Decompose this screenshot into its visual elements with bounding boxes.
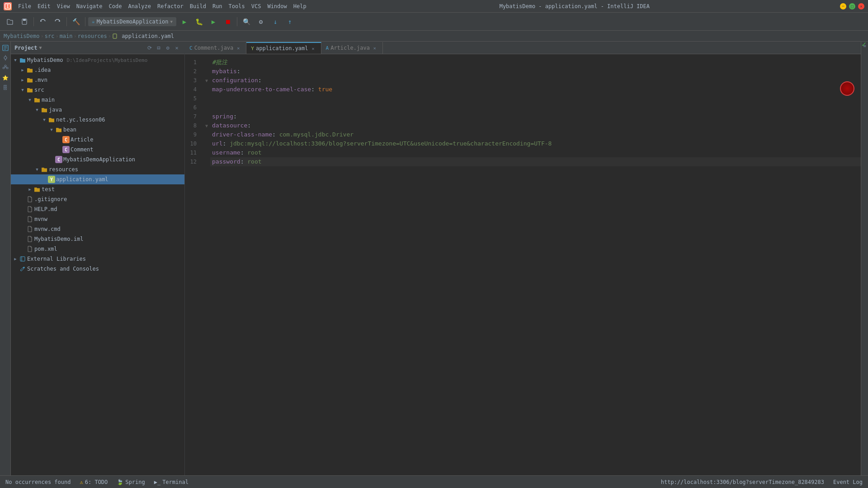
breadcrumb-resources[interactable]: resources — [78, 33, 107, 39]
database-icon[interactable]: 🗄 — [1, 83, 10, 92]
tab-article-java[interactable]: A Article.java ✕ — [321, 42, 383, 54]
tab-yaml-close[interactable]: ✕ — [310, 45, 316, 52]
commit-icon[interactable] — [1, 53, 10, 62]
menu-window[interactable]: Window — [264, 2, 289, 10]
breadcrumb-src[interactable]: src — [45, 33, 55, 39]
tree-item[interactable]: CComment — [11, 145, 184, 155]
search-everywhere-button[interactable]: 🔍 — [240, 15, 253, 28]
menu-analyze[interactable]: Analyze — [125, 2, 154, 10]
build-button[interactable]: 🔨 — [70, 15, 82, 28]
tree-item[interactable]: mvnw — [11, 214, 184, 224]
code-line[interactable]: spring: — [210, 112, 861, 121]
tab-article-close[interactable]: ✕ — [372, 45, 378, 51]
tree-item[interactable]: .gitignore — [11, 194, 184, 204]
tree-item[interactable]: ▼net.yc.lesson06 — [11, 115, 184, 125]
code-line[interactable]: configuration: — [210, 76, 861, 85]
menu-navigate[interactable]: Navigate — [74, 2, 105, 10]
tree-item[interactable]: ▼bean — [11, 125, 184, 135]
menu-view[interactable]: View — [54, 2, 73, 10]
favorites-icon[interactable]: ⭐ — [1, 73, 10, 82]
code-line[interactable]: map-underscore-to-camel-case: true — [210, 85, 861, 94]
code-line[interactable]: #批注 — [210, 58, 861, 67]
tree-item[interactable]: ▶.mvn — [11, 75, 184, 85]
menu-bar[interactable]: File Edit View Navigate Code Analyze Ref… — [15, 2, 309, 10]
code-line[interactable]: url: jdbc:mysql://localhost:3306/blog?se… — [210, 139, 861, 148]
tree-item[interactable]: ▶.idea — [11, 65, 184, 75]
menu-refactor[interactable]: Refactor — [155, 2, 186, 10]
settings-button[interactable]: ⚙ — [255, 15, 267, 28]
menu-build[interactable]: Build — [187, 2, 209, 10]
tree-item[interactable]: HELP.md — [11, 204, 184, 214]
tree-arrow: ▼ — [42, 117, 47, 122]
event-log-button[interactable]: Event Log — [831, 479, 864, 485]
menu-help[interactable]: Help — [291, 2, 309, 10]
breadcrumb-main[interactable]: main — [60, 33, 73, 39]
tree-item[interactable]: Scratches and Consoles — [11, 264, 184, 274]
redo-button[interactable] — [51, 15, 64, 28]
todo-button[interactable]: ⚠ 6: TODO — [78, 479, 110, 485]
stop-button[interactable]: ⏹ — [222, 15, 234, 28]
spring-button[interactable]: 🍃 Spring — [115, 479, 146, 485]
tree-item[interactable]: ▼java — [11, 105, 184, 115]
code-line[interactable]: username: root — [210, 148, 861, 157]
run-configuration[interactable]: ☕ MybatisDemoApplication ▼ — [88, 17, 176, 26]
coverage-button[interactable]: ▶ — [207, 15, 220, 28]
save-button[interactable] — [18, 15, 31, 28]
menu-code[interactable]: Code — [106, 2, 125, 10]
collapse-all-button[interactable]: ⊟ — [155, 44, 163, 52]
minimize-button[interactable]: ─ — [840, 3, 846, 9]
tree-item[interactable]: ▼main — [11, 95, 184, 105]
tab-application-yaml[interactable]: Y application.yaml ✕ — [246, 42, 321, 54]
code-line[interactable]: driver-class-name: com.mysql.jdbc.Driver — [210, 130, 861, 139]
toolbar-separator-1 — [33, 17, 34, 26]
file-encoding[interactable]: http://localhost:3306/blog?serverTimezon… — [659, 479, 826, 485]
structure-icon[interactable] — [1, 63, 10, 72]
tab-comment-java[interactable]: C Comment.java ✕ — [185, 42, 246, 54]
menu-run[interactable]: Run — [210, 2, 225, 10]
project-settings-button[interactable]: ⚙ — [164, 44, 172, 52]
menu-file[interactable]: File — [15, 2, 34, 10]
code-line[interactable]: password: root — [210, 157, 861, 166]
tree-item[interactable]: CMybatisDemoApplication — [11, 155, 184, 164]
tree-item[interactable]: ▼resources — [11, 164, 184, 174]
sync-files-button[interactable]: ⟳ — [146, 44, 154, 52]
editor[interactable]: 123456789101112 ▼▼ #批注mybatis: configura… — [185, 54, 861, 475]
tab-comment-close[interactable]: ✕ — [235, 45, 241, 51]
tree-item[interactable]: pom.xml — [11, 244, 184, 254]
terminal-button[interactable]: ▶_ Terminal — [152, 479, 190, 485]
menu-edit[interactable]: Edit — [35, 2, 53, 10]
undo-button[interactable] — [37, 15, 49, 28]
tree-item[interactable]: ▼src — [11, 85, 184, 95]
breadcrumb-mybatisdemo[interactable]: MybatisDemo — [4, 33, 39, 39]
fold-icon[interactable]: ▼ — [203, 121, 210, 130]
close-button[interactable]: ✕ — [858, 3, 864, 9]
open-file-button[interactable] — [4, 15, 16, 28]
code-line[interactable]: datasource: — [210, 121, 861, 130]
menu-tools[interactable]: Tools — [226, 2, 248, 10]
vcs-update-button[interactable]: ↓ — [269, 15, 282, 28]
status-bar-right: http://localhost:3306/blog?serverTimezon… — [659, 479, 864, 485]
breadcrumb-file[interactable]: application.yaml — [112, 33, 174, 39]
tree-item[interactable]: ▼MybatisDemoD:\IdeaProjects\MybatisDemo — [11, 55, 184, 65]
maximize-button[interactable]: □ — [849, 3, 855, 9]
debug-indicator — [840, 81, 854, 96]
code-line[interactable] — [210, 94, 861, 103]
tree-item[interactable]: CArticle — [11, 135, 184, 145]
tree-item[interactable]: ▶test — [11, 184, 184, 194]
fold-icon[interactable]: ▼ — [203, 76, 210, 85]
tree-item[interactable]: Yapplication.yaml — [11, 174, 184, 184]
project-tool-icon[interactable] — [1, 43, 10, 52]
code-content[interactable]: #批注mybatis: configuration: map-underscor… — [210, 54, 861, 475]
tree-item[interactable]: mvnw.cmd — [11, 224, 184, 234]
menu-vcs[interactable]: VCS — [249, 2, 264, 10]
tree-arrow: ▼ — [49, 127, 54, 132]
tree-item[interactable]: ▶External Libraries — [11, 254, 184, 264]
code-line[interactable]: mybatis: — [210, 67, 861, 76]
debug-button[interactable]: 🐛 — [193, 15, 205, 28]
code-line[interactable] — [210, 103, 861, 112]
tree-item[interactable]: MybatisDemo.iml — [11, 234, 184, 244]
run-button[interactable]: ▶ — [178, 15, 191, 28]
vcs-push-button[interactable]: ↑ — [283, 15, 296, 28]
tab-article-label: Article.java — [330, 45, 370, 51]
close-panel-button[interactable]: ✕ — [173, 44, 181, 52]
